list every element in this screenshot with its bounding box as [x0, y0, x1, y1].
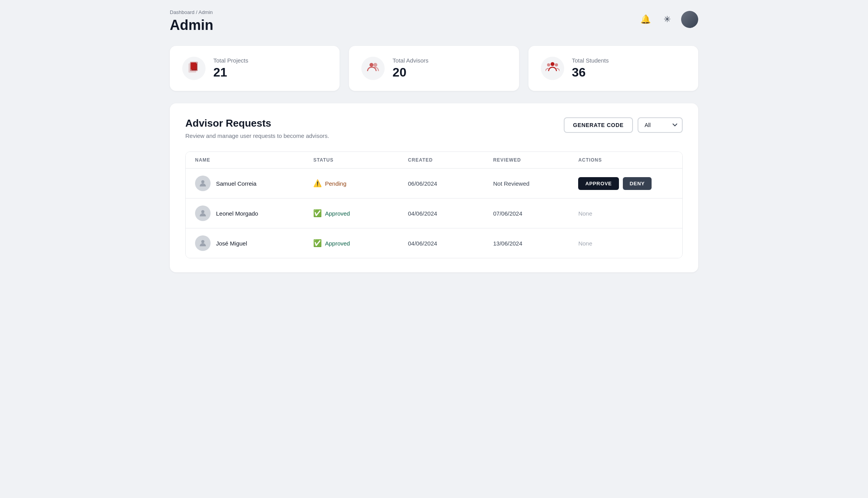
breadcrumb-current: Admin [199, 9, 213, 15]
name-cell-jose: José Miguel [195, 235, 313, 251]
header-actions: 🔔 ✳ [638, 11, 698, 28]
panel-title-section: Advisor Requests Review and manage user … [185, 117, 329, 139]
svg-point-4 [370, 63, 373, 67]
advisors-icon [367, 61, 379, 76]
name-text-leonel: Leonel Morgado [216, 210, 258, 217]
svg-point-5 [373, 63, 377, 67]
table-row: Leonel Morgado ✅ Approved 04/06/2024 07/… [186, 198, 682, 228]
panel-controls: GENERATE CODE All Pending Approved Denie… [564, 117, 683, 133]
stat-label-advisors: Total Advisors [392, 57, 429, 64]
theme-toggle-button[interactable]: ✳ [659, 12, 675, 27]
approved-icon-leonel: ✅ [313, 209, 322, 218]
reviewed-cell-samuel: Not Reviewed [493, 180, 578, 187]
notification-button[interactable]: 🔔 [638, 12, 653, 27]
created-cell-samuel: 06/06/2024 [408, 180, 493, 187]
projects-icon [188, 61, 200, 76]
panel-header: Advisor Requests Review and manage user … [185, 117, 683, 139]
stat-value-advisors: 20 [392, 65, 429, 80]
status-text-leonel: Approved [325, 210, 350, 217]
status-cell-leonel: ✅ Approved [313, 209, 408, 218]
name-text-samuel: Samuel Correia [216, 180, 256, 187]
reviewed-cell-leonel: 07/06/2024 [493, 210, 578, 217]
stat-info-advisors: Total Advisors 20 [392, 57, 429, 80]
students-icon [546, 61, 559, 76]
stat-label-projects: Total Projects [213, 57, 248, 64]
stat-info-projects: Total Projects 21 [213, 57, 248, 80]
svg-point-6 [547, 63, 550, 66]
svg-point-7 [551, 62, 554, 66]
panel-subtitle: Review and manage user requests to becom… [185, 132, 329, 139]
stat-icon-wrap-students [541, 57, 564, 80]
table-row: José Miguel ✅ Approved 04/06/2024 13/06/… [186, 228, 682, 258]
user-avatar-leonel [195, 205, 211, 221]
svg-point-10 [201, 210, 204, 213]
approved-icon-jose: ✅ [313, 239, 322, 247]
generate-code-button[interactable]: GENERATE CODE [564, 117, 633, 133]
sun-icon: ✳ [664, 14, 671, 24]
actions-cell-jose: None [578, 240, 673, 247]
col-header-status: STATUS [313, 157, 408, 163]
stat-card-advisors: Total Advisors 20 [349, 46, 519, 91]
stat-card-students: Total Students 36 [528, 46, 698, 91]
reviewed-cell-jose: 13/06/2024 [493, 240, 578, 247]
svg-point-9 [201, 180, 204, 183]
actions-cell-samuel: APPROVE DENY [578, 177, 673, 190]
name-cell-leonel: Leonel Morgado [195, 205, 313, 221]
stat-value-projects: 21 [213, 65, 248, 80]
stats-grid: Total Projects 21 Total Advisors 20 [170, 46, 698, 91]
pending-icon: ⚠️ [313, 179, 322, 188]
status-text-samuel: Pending [325, 180, 346, 187]
col-header-actions: ACTIONS [578, 157, 673, 163]
user-avatar-samuel [195, 176, 211, 191]
page-header: Dashboard / Admin Admin 🔔 ✳ [170, 9, 698, 33]
created-cell-jose: 04/06/2024 [408, 240, 493, 247]
title-section: Dashboard / Admin Admin [170, 9, 213, 33]
actions-cell-leonel: None [578, 210, 673, 217]
page-title: Admin [170, 17, 213, 33]
deny-button-samuel[interactable]: DENY [623, 177, 652, 190]
svg-rect-3 [191, 63, 196, 70]
col-header-reviewed: REVIEWED [493, 157, 578, 163]
status-text-jose: Approved [325, 240, 350, 247]
col-header-name: NAME [195, 157, 313, 163]
stat-label-students: Total Students [572, 57, 609, 64]
breadcrumb-parent: Dashboard [170, 9, 195, 15]
filter-select[interactable]: All Pending Approved Denied [638, 117, 683, 133]
svg-point-8 [555, 63, 558, 66]
svg-point-11 [201, 240, 204, 243]
avatar-image [681, 11, 698, 28]
stat-icon-wrap-advisors [361, 57, 385, 80]
created-cell-leonel: 04/06/2024 [408, 210, 493, 217]
avatar[interactable] [681, 11, 698, 28]
bell-icon: 🔔 [640, 14, 651, 24]
stat-value-students: 36 [572, 65, 609, 80]
user-avatar-jose [195, 235, 211, 251]
panel-title: Advisor Requests [185, 117, 329, 129]
breadcrumb: Dashboard / Admin [170, 9, 213, 15]
name-cell-samuel: Samuel Correia [195, 176, 313, 191]
stat-icon-wrap-projects [182, 57, 206, 80]
advisor-requests-panel: Advisor Requests Review and manage user … [170, 103, 698, 272]
name-text-jose: José Miguel [216, 240, 247, 247]
none-text-leonel: None [578, 210, 592, 217]
col-header-created: CREATED [408, 157, 493, 163]
status-cell-samuel: ⚠️ Pending [313, 179, 408, 188]
requests-table: NAME STATUS CREATED REVIEWED ACTIONS Sam… [185, 151, 683, 258]
table-row: Samuel Correia ⚠️ Pending 06/06/2024 Not… [186, 168, 682, 198]
status-cell-jose: ✅ Approved [313, 239, 408, 247]
none-text-jose: None [578, 240, 592, 247]
table-header-row: NAME STATUS CREATED REVIEWED ACTIONS [186, 152, 682, 168]
approve-button-samuel[interactable]: APPROVE [578, 177, 619, 190]
stat-card-projects: Total Projects 21 [170, 46, 340, 91]
stat-info-students: Total Students 36 [572, 57, 609, 80]
